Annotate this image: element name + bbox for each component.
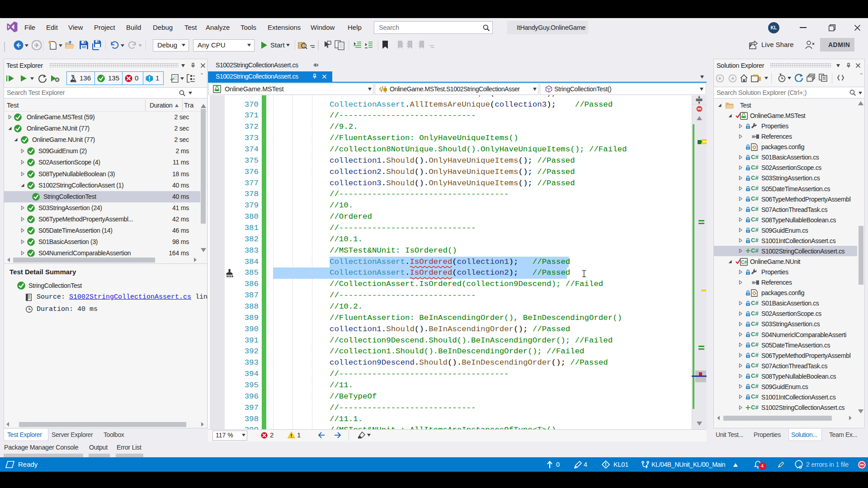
svg-text:C#: C# bbox=[741, 259, 747, 264]
